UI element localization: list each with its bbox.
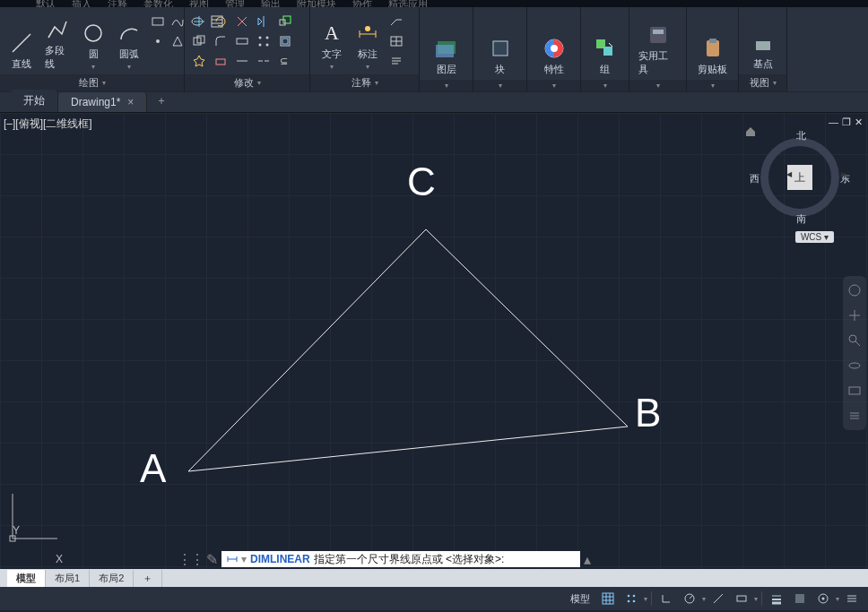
menu-annot[interactable]: 注释 xyxy=(108,0,127,7)
svg-point-51 xyxy=(849,335,856,342)
explode-icon[interactable] xyxy=(190,52,208,70)
lineweight-icon[interactable] xyxy=(766,590,787,608)
drawing-canvas[interactable]: [–][俯视][二维线框] — ❐ ✕ A B C Y X 上 北 南 东 西 … xyxy=(0,113,868,569)
rotate-icon[interactable] xyxy=(212,13,230,30)
zoom-icon[interactable] xyxy=(846,332,864,349)
orbit-icon[interactable] xyxy=(846,357,864,375)
svg-marker-46 xyxy=(188,229,628,471)
menu-addin[interactable]: 附加模块 xyxy=(297,0,336,7)
transparency-icon[interactable] xyxy=(789,590,811,608)
layout-1[interactable]: 布局1 xyxy=(46,570,90,587)
fillet-icon[interactable] xyxy=(212,32,230,50)
menu-insert[interactable]: 插入 xyxy=(72,0,91,7)
viewcube[interactable]: 上 北 南 东 西 ◀ ▶ xyxy=(755,133,845,222)
cmd-drag-handle[interactable]: ⋮⋮ xyxy=(178,551,203,568)
view-panel-label: 视图 xyxy=(750,76,769,90)
polyline-button[interactable]: 多段线 xyxy=(41,11,74,73)
viewcube-west[interactable]: 西 xyxy=(750,172,760,185)
grid-toggle-icon[interactable] xyxy=(597,590,619,608)
menu-view[interactable]: 视图 xyxy=(189,0,209,7)
viewcube-north[interactable]: 北 xyxy=(796,129,806,142)
block-button[interactable]: 块 xyxy=(484,11,516,78)
text-button[interactable]: A文字▾ xyxy=(316,11,348,73)
spline-icon[interactable] xyxy=(169,13,187,30)
dyninput-toggle-icon[interactable] xyxy=(731,590,752,608)
move-icon[interactable] xyxy=(190,13,208,30)
svg-rect-54 xyxy=(849,387,860,394)
navigation-bar xyxy=(843,276,866,430)
showmotion-icon[interactable] xyxy=(846,382,864,400)
rect-icon[interactable] xyxy=(149,13,167,30)
snap-toggle-icon[interactable] xyxy=(621,590,642,608)
arc-button[interactable]: 圆弧▾ xyxy=(113,11,145,73)
layout-2[interactable]: 布局2 xyxy=(90,570,134,587)
line-button[interactable]: 直线 xyxy=(5,11,38,73)
utilities-button[interactable]: 实用工具 xyxy=(635,11,681,78)
dimension-button[interactable]: 标注▾ xyxy=(352,11,384,73)
join-icon[interactable] xyxy=(255,52,273,70)
svg-line-0 xyxy=(13,34,30,52)
nav-more-icon[interactable] xyxy=(846,407,864,425)
command-input[interactable]: ▾ DIMLINEAR 指定第一个尺寸界线原点或 <选择对象>: xyxy=(221,551,580,567)
svg-rect-36 xyxy=(493,41,508,56)
svg-point-7 xyxy=(156,39,160,43)
svg-rect-40 xyxy=(603,47,612,56)
point-icon[interactable] xyxy=(149,32,167,50)
draw-panel-label: 绘图 xyxy=(79,76,99,90)
offset-icon[interactable] xyxy=(276,32,294,50)
tab-drawing1[interactable]: Drawing1*× xyxy=(58,92,147,112)
table-icon[interactable] xyxy=(387,32,405,50)
menu-default[interactable]: 默认 xyxy=(36,0,56,7)
command-name: DIMLINEAR xyxy=(250,553,310,565)
mirror-icon[interactable] xyxy=(255,13,273,30)
copy-icon[interactable] xyxy=(190,32,208,50)
cmd-customize-icon[interactable]: ✎ xyxy=(206,551,218,568)
svg-point-38 xyxy=(551,45,558,52)
wcs-badge[interactable]: WCS ▾ xyxy=(795,231,834,243)
properties-button[interactable]: 特性 xyxy=(538,11,570,78)
status-menu-icon[interactable] xyxy=(841,590,863,608)
vertex-a-label: A xyxy=(140,446,166,491)
subset-icon[interactable]: ⊆ xyxy=(276,52,294,70)
polar-toggle-icon[interactable] xyxy=(679,590,700,608)
svg-point-67 xyxy=(633,595,636,598)
align-icon[interactable] xyxy=(233,52,251,70)
menu-manage[interactable]: 管理 xyxy=(225,0,245,7)
erase-icon[interactable] xyxy=(212,52,230,70)
cmd-expand-icon[interactable]: ▴ xyxy=(584,551,591,568)
array-icon[interactable] xyxy=(255,32,273,50)
circle-button[interactable]: 圆▾ xyxy=(77,11,109,73)
nav-wheel-icon[interactable] xyxy=(846,281,864,299)
stretch-icon[interactable] xyxy=(233,32,251,50)
new-tab-button[interactable]: ＋ xyxy=(147,90,176,112)
mtext-icon[interactable] xyxy=(387,52,405,70)
viewcube-south[interactable]: 南 xyxy=(796,212,806,226)
workspace-icon[interactable] xyxy=(812,590,834,608)
region-icon[interactable] xyxy=(169,32,187,50)
home-icon[interactable] xyxy=(744,125,757,138)
clipboard-button[interactable]: 剪贴板 xyxy=(694,11,731,78)
menu-output[interactable]: 输出 xyxy=(261,0,281,7)
scale-icon[interactable] xyxy=(276,13,294,30)
layout-add[interactable]: ＋ xyxy=(134,570,162,587)
osnap-toggle-icon[interactable] xyxy=(707,590,729,608)
file-tabs: 开始 Drawing1*× ＋ xyxy=(0,91,868,113)
layout-model[interactable]: 模型 xyxy=(7,570,46,587)
menu-collab[interactable]: 协作 xyxy=(352,0,372,7)
svg-rect-10 xyxy=(280,20,285,25)
menu-param[interactable]: 参数化 xyxy=(143,0,173,7)
menu-feat[interactable]: 精选应用 xyxy=(388,0,428,7)
layer-button[interactable]: 图层 xyxy=(430,11,463,78)
pan-icon[interactable] xyxy=(846,306,864,324)
svg-line-52 xyxy=(855,341,860,346)
ortho-toggle-icon[interactable] xyxy=(655,590,677,608)
close-tab-icon[interactable]: × xyxy=(127,96,134,108)
trim-icon[interactable] xyxy=(233,13,251,30)
status-model-label[interactable]: 模型 xyxy=(565,592,595,606)
basepoint-button[interactable]: 基点 xyxy=(747,11,779,73)
leader-icon[interactable] xyxy=(387,13,405,30)
group-button[interactable]: 组 xyxy=(589,11,621,78)
svg-point-1 xyxy=(85,25,101,41)
tab-start[interactable]: 开始 xyxy=(11,90,58,112)
status-bar: 模型 ▾ ▾ ▾ ▾ xyxy=(0,587,868,610)
